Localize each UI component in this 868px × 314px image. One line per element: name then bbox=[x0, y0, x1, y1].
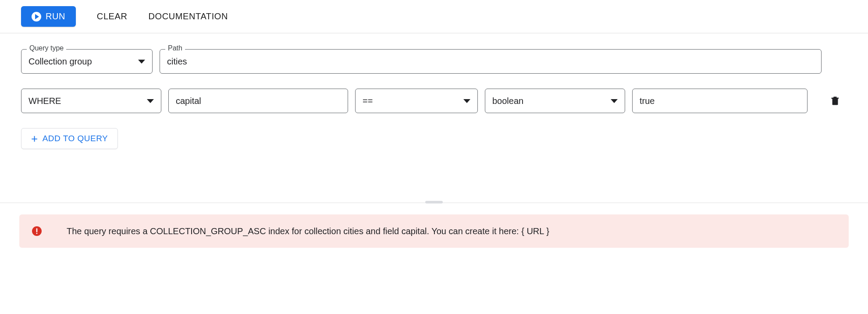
query-header-row: Query type Collection group Path bbox=[21, 49, 847, 74]
play-icon bbox=[32, 12, 41, 21]
condition-field-value[interactable] bbox=[176, 96, 341, 106]
condition-field-input[interactable] bbox=[168, 89, 348, 113]
path-input[interactable] bbox=[167, 57, 814, 67]
query-type-value: Collection group bbox=[28, 57, 133, 67]
svg-rect-4 bbox=[36, 228, 38, 232]
operator-select[interactable]: == bbox=[355, 89, 478, 113]
value-type-value: boolean bbox=[492, 96, 605, 106]
run-button-label: RUN bbox=[46, 11, 65, 21]
trash-icon bbox=[830, 96, 840, 106]
error-panel: The query requires a COLLECTION_GROUP_AS… bbox=[19, 214, 849, 248]
svg-rect-5 bbox=[36, 233, 38, 234]
svg-rect-2 bbox=[833, 96, 836, 97]
plus-icon: + bbox=[31, 135, 38, 143]
documentation-button[interactable]: DOCUMENTATION bbox=[149, 11, 228, 21]
condition-value-input[interactable] bbox=[632, 89, 808, 113]
add-to-query-button[interactable]: + ADD TO QUERY bbox=[21, 128, 118, 149]
error-icon bbox=[32, 226, 42, 236]
value-type-select[interactable]: boolean bbox=[485, 89, 625, 113]
operator-value: == bbox=[363, 96, 458, 106]
query-type-label: Query type bbox=[27, 44, 66, 52]
query-builder: Query type Collection group Path WHERE =… bbox=[0, 33, 868, 154]
add-to-query-label: ADD TO QUERY bbox=[43, 134, 108, 143]
chevron-down-icon bbox=[138, 60, 145, 64]
query-type-select[interactable]: Query type Collection group bbox=[21, 49, 153, 74]
error-message: The query requires a COLLECTION_GROUP_AS… bbox=[67, 226, 549, 236]
path-label: Path bbox=[165, 44, 185, 52]
clear-button[interactable]: CLEAR bbox=[97, 11, 128, 21]
path-input-field[interactable]: Path bbox=[160, 49, 822, 74]
chevron-down-icon bbox=[147, 99, 154, 103]
chevron-down-icon bbox=[611, 99, 618, 103]
toolbar: RUN CLEAR DOCUMENTATION bbox=[0, 0, 868, 33]
clause-value: WHERE bbox=[28, 96, 142, 106]
condition-value-value[interactable] bbox=[640, 96, 800, 106]
results-divider: The query requires a COLLECTION_GROUP_AS… bbox=[0, 203, 868, 248]
drag-handle[interactable] bbox=[425, 201, 443, 203]
run-button[interactable]: RUN bbox=[21, 6, 76, 27]
condition-row: WHERE == boolean bbox=[21, 89, 847, 113]
clause-select[interactable]: WHERE bbox=[21, 89, 161, 113]
chevron-down-icon bbox=[463, 99, 470, 103]
delete-condition-button[interactable] bbox=[827, 92, 843, 110]
svg-rect-0 bbox=[832, 99, 838, 105]
svg-rect-1 bbox=[832, 98, 839, 99]
